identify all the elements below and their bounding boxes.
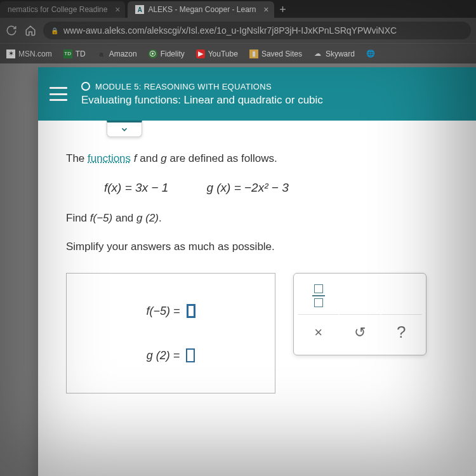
fidelity-icon: ⦿: [149, 50, 157, 58]
answer-f-input[interactable]: [187, 304, 195, 318]
undo-tool[interactable]: ↺: [339, 314, 380, 351]
bookmark-label: Amazon: [109, 50, 137, 58]
url-text: www-awu.aleks.com/alekscgi/x/Isl.exe/1o_…: [63, 25, 397, 36]
address-bar[interactable]: 🔒 www-awu.aleks.com/alekscgi/x/Isl.exe/1…: [43, 22, 471, 39]
tab-title: nematics for College Readine: [8, 5, 107, 14]
answer-g-label: g (2) =: [147, 347, 180, 365]
bookmark-skyward[interactable]: ☁ Skyward: [314, 50, 355, 58]
bookmark-label: Saved Sites: [261, 50, 302, 58]
circle-icon: [81, 82, 90, 91]
menu-icon[interactable]: [50, 87, 67, 101]
answer-g-input[interactable]: [186, 348, 195, 362]
browser-tab-active[interactable]: A ALEKS - Megan Cooper - Learn ×: [128, 1, 274, 18]
g-definition: g (x) = −2x² − 3: [206, 178, 288, 197]
bookmark-saved[interactable]: ▮ Saved Sites: [249, 50, 302, 58]
reload-icon[interactable]: [5, 24, 18, 37]
tool-empty-1: [339, 277, 380, 314]
browser-tab-inactive[interactable]: nematics for College Readine ×: [0, 1, 125, 18]
clear-tool[interactable]: ×: [298, 314, 339, 351]
intro-text: The functions f and g are defined as fol…: [66, 150, 476, 167]
bookmark-youtube[interactable]: ▶ YouTube: [196, 50, 238, 58]
answer-box: f(−5) = g (2) =: [66, 273, 275, 393]
home-icon[interactable]: [24, 24, 37, 37]
tab-title: ALEKS - Megan Cooper - Learn: [148, 5, 256, 14]
f-definition: f(x) = 3x − 1: [104, 178, 168, 197]
globe-icon: 🌐: [366, 50, 375, 58]
bookmark-label: Fidelity: [161, 50, 185, 58]
help-icon: ?: [397, 319, 406, 346]
bookmark-overflow[interactable]: 🌐: [366, 50, 375, 58]
topic-title: Evaluating functions: Linear and quadrat…: [81, 94, 323, 107]
fraction-icon: [312, 284, 325, 307]
help-tool[interactable]: ?: [381, 314, 422, 351]
times-icon: ×: [314, 321, 322, 343]
tool-panel: × ↺ ?: [293, 273, 426, 355]
new-tab-button[interactable]: +: [274, 1, 292, 18]
folder-icon: ▮: [249, 50, 258, 58]
functions-link[interactable]: functions: [88, 152, 131, 164]
find-instruction: Find f(−5) and g (2).: [66, 209, 476, 227]
amazon-icon: a: [97, 50, 106, 58]
lock-icon: 🔒: [51, 27, 58, 34]
aleks-header: MODULE 5: REASONING WITH EQUATIONS Evalu…: [38, 67, 476, 121]
bookmark-label: YouTube: [208, 50, 238, 58]
td-icon: TD: [63, 50, 72, 58]
answer-f-label: f(−5) =: [146, 302, 180, 321]
undo-icon: ↺: [354, 321, 366, 343]
bookmark-label: Skyward: [326, 50, 355, 58]
bookmark-td[interactable]: TD TD: [63, 50, 86, 58]
skyward-icon: ☁: [314, 50, 322, 58]
youtube-icon: ▶: [196, 50, 205, 58]
module-title: MODULE 5: REASONING WITH EQUATIONS: [95, 82, 272, 91]
tool-empty-2: [381, 277, 422, 314]
bookmark-msn[interactable]: ✶ MSN.com: [6, 50, 52, 58]
chevron-down-icon: [120, 125, 129, 134]
aleks-favicon-icon: A: [135, 5, 144, 14]
fraction-tool[interactable]: [298, 277, 339, 314]
bookmark-fidelity[interactable]: ⦿ Fidelity: [149, 50, 185, 58]
msn-icon: ✶: [6, 50, 15, 58]
bookmark-amazon[interactable]: a Amazon: [97, 50, 137, 58]
close-icon[interactable]: ×: [263, 4, 268, 15]
bookmark-label: MSN.com: [18, 50, 52, 58]
simplify-instruction: Simplify your answers as much as possibl…: [66, 238, 476, 255]
close-icon[interactable]: ×: [115, 4, 120, 15]
expand-dropdown[interactable]: [107, 121, 142, 137]
bookmark-label: TD: [76, 50, 86, 58]
